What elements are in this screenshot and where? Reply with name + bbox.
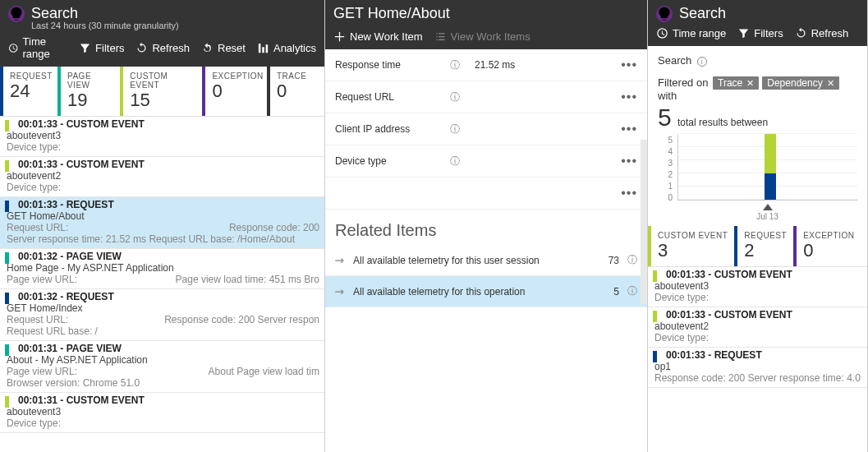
item-line: GET Home/Index [7,302,319,314]
detail-property: Device typeⓘ••• [325,145,647,178]
filter-chip[interactable]: Trace✕ [713,76,759,90]
left-stats: REQUEST24 PAGE VIEW19 CUSTOM EVENT15 EXC… [0,67,324,117]
item-line: Page view URL:Page view load time: 451 m… [7,274,319,285]
refresh-button[interactable]: Refresh [795,27,849,39]
info-icon[interactable]: ⓘ [450,58,460,72]
analytics-button[interactable]: Analytics [257,42,316,54]
info-icon[interactable]: ⓘ [450,90,460,104]
more-icon[interactable]: ••• [621,58,637,72]
stat-custom-event[interactable]: CUSTOM EVENT3 [648,226,734,266]
type-indicator [5,201,9,212]
stat-trace[interactable]: TRACE0 [267,67,324,116]
details-pane: GET Home/About New Work Item View Work I… [325,0,648,452]
filters-button[interactable]: Filters [737,27,783,39]
info-icon: i [697,57,707,67]
item-title: 00:01:33 - REQUEST [666,349,862,361]
list-item[interactable]: 00:01:33 - CUSTOM EVENTaboutevent2Device… [648,307,867,348]
refresh-icon [135,42,148,54]
item-title: 00:01:32 - PAGE VIEW [18,251,319,262]
more-icon[interactable]: ••• [621,122,637,136]
item-line: Device type: [654,332,862,344]
prop-value: 21.52 ms [475,59,621,71]
type-indicator [5,120,9,131]
type-indicator [5,252,9,264]
related-item[interactable]: ↗All available telemetry for this user s… [325,245,647,276]
detail-property: Response timeⓘ21.52 ms••• [325,49,647,81]
clock-icon [656,27,668,39]
view-work-items-button: View Work Items [434,30,530,43]
more-icon[interactable]: ••• [621,154,637,168]
center-title: GET Home/About [333,5,450,22]
item-line: Device type: [7,182,319,193]
list-item[interactable]: 00:01:33 - CUSTOM EVENTaboutevent3Device… [648,267,867,307]
filter-chip[interactable]: Dependency✕ [762,76,838,90]
type-indicator [653,311,657,322]
list-icon [434,30,447,43]
search-field-label[interactable]: Search i [648,46,867,67]
item-line: Request URL base: / [7,325,319,337]
item-line: Request URL:Response code: 200 Server re… [7,314,319,325]
stat-page-view[interactable]: PAGE VIEW19 [57,67,120,116]
time-range-button[interactable]: Time range [656,27,726,39]
item-title: 00:01:33 - CUSTOM EVENT [18,159,319,170]
item-line: aboutevent2 [7,170,319,182]
time-range-button[interactable]: Time range [8,35,67,60]
stat-exception[interactable]: EXCEPTION0 [793,226,861,266]
info-icon[interactable]: ⓘ [450,122,460,136]
list-item[interactable]: 00:01:32 - REQUESTGET Home/IndexRequest … [0,289,324,341]
link-arrow-icon: ↗ [332,284,348,300]
detail-property: Client IP addressⓘ••• [325,113,647,145]
close-icon[interactable]: ✕ [827,78,834,89]
prop-label: Response time [335,59,450,71]
list-item[interactable]: 00:01:33 - REQUESTGET Home/AboutRequest … [0,197,324,249]
center-header: GET Home/About New Work Item View Work I… [325,0,647,49]
type-indicator [653,351,657,362]
item-title: 00:01:33 - CUSTOM EVENT [666,309,862,321]
right-stats: CUSTOM EVENT3 REQUEST2 EXCEPTION0 [648,226,867,267]
list-item[interactable]: 00:01:33 - CUSTOM EVENTaboutevent3Device… [0,117,324,157]
left-content[interactable]: REQUEST24 PAGE VIEW19 CUSTOM EVENT15 EXC… [0,67,324,452]
close-icon[interactable]: ✕ [746,78,754,89]
list-item[interactable]: 00:01:33 - REQUESTop1Response code: 200 … [648,348,867,388]
item-line: Device type: [7,141,319,153]
more-icon[interactable]: ••• [621,186,637,201]
stat-request[interactable]: REQUEST2 [734,226,793,266]
type-indicator [653,270,657,282]
refresh-button[interactable]: Refresh [135,42,190,54]
related-item[interactable]: ↗All available telemetry for this operat… [325,276,647,307]
reset-button[interactable]: Reset [201,42,246,54]
filters-button[interactable]: Filters [79,42,124,54]
item-line: About - My ASP.NET Application [7,354,319,366]
detail-property: Request URLⓘ••• [325,81,647,113]
scrollbar-track[interactable] [641,140,647,304]
type-indicator [5,344,9,356]
info-icon[interactable]: ⓘ [627,253,637,267]
analytics-icon [257,42,269,54]
stat-exception[interactable]: EXCEPTION0 [202,67,267,116]
list-item[interactable]: 00:01:31 - PAGE VIEWAbout - My ASP.NET A… [0,341,324,393]
more-icon[interactable]: ••• [621,90,637,104]
link-arrow-icon: ↗ [332,252,348,269]
timeline-chart[interactable]: 543210 Jul 13 [648,131,867,221]
item-line: aboutevent3 [7,130,319,141]
item-line: Device type: [7,417,319,429]
stat-custom-event[interactable]: CUSTOM EVENT15 [120,67,202,116]
item-title: 00:01:33 - REQUEST [18,199,319,210]
info-icon[interactable]: ⓘ [627,284,637,298]
item-line: aboutevent3 [654,280,862,292]
chart-bar-segment [765,173,776,200]
item-line: op1 [654,361,862,372]
new-work-item-button[interactable]: New Work Item [333,30,423,43]
chart-marker-icon [763,204,773,210]
insights-bulb-icon [656,6,673,22]
list-item[interactable]: 00:01:32 - PAGE VIEWHome Page - My ASP.N… [0,249,324,289]
plus-icon [333,30,346,43]
item-title: 00:01:31 - PAGE VIEW [18,343,319,354]
info-icon[interactable]: ⓘ [450,155,460,168]
list-item[interactable]: 00:01:33 - CUSTOM EVENTaboutevent2Device… [0,157,324,197]
item-title: 00:01:31 - CUSTOM EVENT [18,394,319,406]
list-item[interactable]: 00:01:31 - CUSTOM EVENTaboutevent3Device… [0,393,324,433]
stat-request[interactable]: REQUEST24 [0,67,57,116]
left-subtitle: Last 24 hours (30 minute granularity) [31,21,316,30]
item-line: GET Home/About [7,210,319,222]
